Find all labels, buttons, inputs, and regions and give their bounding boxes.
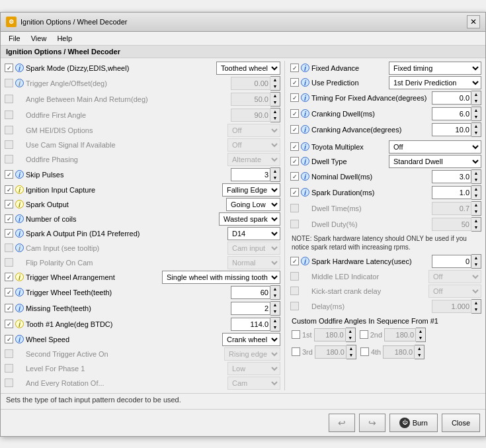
checkbox-level-phase[interactable] — [5, 364, 13, 373]
input-trigger-teeth[interactable] — [231, 286, 270, 299]
checkbox-4th[interactable] — [360, 347, 369, 356]
select-oddfire-phasing[interactable]: Alternate — [227, 153, 280, 166]
select-ignition-input[interactable]: Falling Edge Rising Edge — [222, 183, 280, 197]
spin-down-cranking-dwell[interactable]: ▼ — [471, 114, 481, 120]
spin-down-cranking-advance[interactable]: ▼ — [471, 130, 481, 136]
spin-down-skip-pulses[interactable]: ▼ — [270, 175, 280, 181]
input-delay-ms[interactable] — [432, 300, 471, 313]
input-dwell-time[interactable] — [432, 202, 471, 215]
spin-up-cranking-advance[interactable]: ▲ — [471, 123, 481, 130]
window-close-button[interactable]: ✕ — [467, 15, 480, 28]
input-skip-pulses[interactable] — [231, 168, 270, 181]
checkbox-fixed-advance[interactable] — [290, 64, 299, 72]
spin-up-timing-fixed[interactable]: ▲ — [471, 91, 481, 98]
checkbox-trigger-teeth[interactable] — [5, 288, 13, 296]
spin-down-dwell-duty[interactable]: ▼ — [471, 224, 481, 231]
checkbox-dwell-type[interactable] — [290, 157, 299, 165]
spin-down-2nd[interactable]: ▼ — [416, 335, 425, 341]
checkbox-delay-ms[interactable] — [290, 302, 299, 310]
spin-down-missing-teeth[interactable]: ▼ — [270, 308, 280, 315]
spin-down-nominal-dwell[interactable]: ▼ — [471, 177, 481, 183]
spin-down-timing-fixed[interactable]: ▼ — [471, 98, 481, 105]
menu-view[interactable]: View — [26, 33, 52, 44]
input-trigger-angle[interactable] — [231, 77, 270, 90]
checkbox-trigger-angle[interactable] — [5, 79, 13, 87]
spin-down-angle-between[interactable]: ▼ — [270, 99, 280, 106]
checkbox-skip-pulses[interactable] — [5, 170, 13, 179]
select-middle-led[interactable]: Off — [428, 270, 481, 283]
checkbox-dwell-duty[interactable] — [290, 220, 299, 228]
spin-down-dwell-time[interactable]: ▼ — [471, 208, 481, 215]
redo-button[interactable]: ↪ — [359, 414, 385, 432]
spin-down-delay-ms[interactable]: ▼ — [471, 306, 481, 313]
select-gm-hei[interactable]: OffOn — [227, 124, 280, 137]
checkbox-cam-input[interactable] — [5, 244, 13, 252]
checkbox-ignition-input[interactable] — [5, 185, 13, 194]
spin-up-angle-between[interactable]: ▲ — [270, 93, 280, 99]
spin-up-missing-teeth[interactable]: ▲ — [270, 302, 280, 308]
select-spark-output[interactable]: Going Low Going High — [226, 198, 280, 211]
input-angle-between[interactable] — [231, 93, 270, 106]
spin-up-trigger-teeth[interactable]: ▲ — [270, 286, 280, 292]
burn-button[interactable]: ⏻ Burn — [389, 414, 438, 432]
spin-up-trigger-angle[interactable]: ▲ — [270, 77, 280, 83]
checkbox-spark-mode[interactable] — [5, 64, 13, 72]
checkbox-trigger-wheel-arr[interactable] — [5, 273, 13, 281]
spin-up-nominal-dwell[interactable]: ▲ — [471, 170, 481, 177]
menu-file[interactable]: File — [3, 33, 26, 44]
spin-down-oddfire-first[interactable]: ▼ — [270, 115, 280, 122]
checkbox-spark-duration[interactable] — [290, 188, 299, 197]
spin-up-skip-pulses[interactable]: ▲ — [270, 168, 280, 175]
select-second-trigger[interactable]: Rising edge — [224, 347, 280, 361]
input-4th[interactable] — [383, 345, 415, 359]
checkbox-nominal-dwell[interactable] — [290, 172, 299, 181]
select-level-phase[interactable]: Low — [227, 362, 280, 375]
checkbox-flip-polarity[interactable] — [5, 258, 13, 267]
select-flip-polarity[interactable]: Normal — [227, 256, 280, 269]
menu-help[interactable]: Help — [52, 33, 77, 44]
spin-up-dwell-time[interactable]: ▲ — [471, 202, 481, 208]
select-num-coils[interactable]: Wasted spark Single coil Dual coil — [219, 212, 280, 226]
spin-down-4th[interactable]: ▼ — [415, 352, 424, 359]
input-oddfire-first[interactable] — [231, 109, 270, 122]
select-dwell-type[interactable]: Standard Dwell — [389, 155, 481, 168]
checkbox-oddfire-first[interactable] — [5, 111, 13, 119]
checkbox-kick-start[interactable] — [290, 287, 299, 295]
input-tooth1-angle[interactable] — [231, 318, 270, 331]
select-toyota-multiplex[interactable]: OffOn — [389, 140, 481, 154]
spin-up-3rd[interactable]: ▲ — [346, 345, 356, 352]
spin-up-4th[interactable]: ▲ — [415, 345, 424, 352]
spin-up-delay-ms[interactable]: ▲ — [471, 300, 481, 306]
select-fixed-advance[interactable]: Fixed timing — [389, 62, 481, 75]
spin-down-spark-hw-latency[interactable]: ▼ — [471, 261, 481, 268]
select-every-rotation[interactable]: Cam — [227, 377, 280, 390]
spin-down-tooth1-angle[interactable]: ▼ — [270, 324, 280, 331]
checkbox-every-rotation[interactable] — [5, 379, 13, 387]
select-trigger-wheel-arr[interactable]: Single wheel with missing tooth Dual whe… — [162, 271, 280, 284]
input-missing-teeth[interactable] — [231, 302, 270, 315]
checkbox-angle-between[interactable] — [5, 95, 13, 103]
checkbox-second-trigger[interactable] — [5, 349, 13, 358]
spin-up-dwell-duty[interactable]: ▲ — [471, 218, 481, 224]
spin-up-spark-duration[interactable]: ▲ — [471, 186, 481, 193]
input-timing-fixed[interactable] — [432, 91, 471, 105]
checkbox-cranking-dwell[interactable] — [290, 109, 299, 118]
checkbox-oddfire-phasing[interactable] — [5, 155, 13, 163]
checkbox-toyota-multiplex[interactable] — [290, 142, 299, 151]
checkbox-spark-hw-latency[interactable] — [290, 257, 299, 265]
checkbox-num-coils[interactable] — [5, 214, 13, 223]
spin-up-spark-hw-latency[interactable]: ▲ — [471, 255, 481, 261]
spin-down-3rd[interactable]: ▼ — [346, 352, 356, 359]
checkbox-use-prediction[interactable] — [290, 78, 299, 87]
spin-up-oddfire-first[interactable]: ▲ — [270, 109, 280, 115]
spin-down-spark-duration[interactable]: ▼ — [471, 193, 481, 199]
input-cranking-dwell[interactable] — [432, 107, 471, 120]
input-2nd[interactable] — [384, 328, 416, 341]
undo-button[interactable]: ↩ — [329, 414, 355, 432]
checkbox-spark-a-pin[interactable] — [5, 229, 13, 238]
input-3rd[interactable] — [315, 345, 346, 359]
select-use-prediction[interactable]: 1st Deriv Prediction — [389, 76, 481, 89]
input-nominal-dwell[interactable] — [432, 170, 471, 183]
select-kick-start[interactable]: Off — [428, 285, 481, 298]
input-1st[interactable] — [314, 328, 346, 341]
